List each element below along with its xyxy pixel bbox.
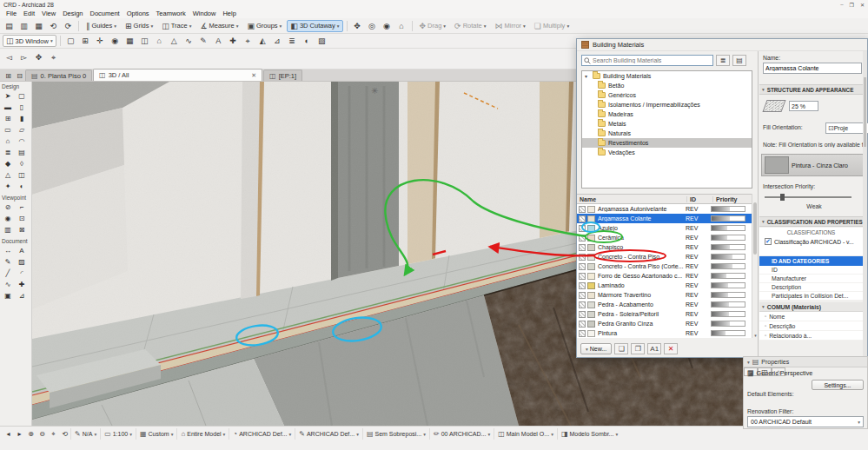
undo-icon[interactable]: ⟲ [47,20,60,32]
tab-3d-all[interactable]: ◫ 3D / All ✕ [93,69,262,81]
toolbar-icon[interactable]: ◭ [256,35,269,47]
close-button[interactable]: ✕ [860,2,865,8]
viewpoint-tool-icon[interactable]: ◉ [1,213,15,224]
property-row[interactable]: Description [759,283,863,292]
viewpoint-tool-icon[interactable]: ⊠ [15,224,29,235]
material-row[interactable]: Chapisco REV [577,242,752,252]
menu-item[interactable]: Options [123,10,153,17]
toolbar-icon[interactable]: ∿ [182,35,195,47]
design-tool-icon[interactable]: △ [1,169,15,181]
window-selector[interactable]: ◫ 3D Window ▾ [3,35,56,47]
tab-ep1[interactable]: ◫ [EP:1] ✕ [263,69,302,81]
search-input[interactable] [593,57,711,63]
toolbar-icon[interactable]: ⌂ [153,35,166,47]
material-row[interactable]: Forro de Gesso Acartonado c... REV [577,271,752,281]
material-row[interactable]: Argamassa Colante REV [577,214,752,223]
comum-property-row[interactable]: ▫ Descrição [759,321,863,331]
quick-options-icon[interactable]: ⊞ [3,70,14,81]
renovation-filter-dropdown[interactable]: 00 ARCHICAD Default ▾ [747,416,864,427]
design-tool-icon[interactable]: ▯ [15,102,29,113]
trace-button[interactable]: ◫Trace▾ [158,20,195,32]
tree-folder[interactable]: Genéricos [582,90,752,100]
editor-scrollbar[interactable] [863,51,867,357]
tree-folder[interactable]: Isolamentos / Impermeabilizações [582,100,752,109]
orbit-icon[interactable]: ◎ [366,20,379,32]
model-view-options-chip[interactable]: ✎ ARCHICAD Def... ▾ [295,428,362,440]
menu-item[interactable]: Teamwork [153,10,189,17]
menu-item[interactable]: Edit [20,10,38,17]
property-row[interactable]: Manufacturer [759,275,863,283]
cut-fill-preview[interactable] [762,100,785,112]
design-tool-icon[interactable]: ⌂ [1,136,15,147]
mirror-button[interactable]: ⋈Mirror▾ [492,20,529,32]
toolbar-icon[interactable]: ⊿ [271,35,284,47]
renovation-filter-chip[interactable]: ✏ 00 ARCHICAD... ▾ [429,428,494,440]
drag-button[interactable]: ✥Drag▾ [416,20,450,32]
material-row[interactable]: Pedra - Soleira/Peitoril REV [577,309,752,319]
multiply-button[interactable]: ❏Multiply▾ [531,20,573,32]
toolbar-icon[interactable]: ◉ [109,35,122,47]
new-material-button[interactable]: ▾New... [580,343,612,354]
material-row[interactable]: Concreto - Contra Piso (Corte... REV [577,261,752,271]
viewpoint-tool-icon[interactable]: ▥ [1,224,15,235]
cutaway-button[interactable]: ◧3D Cutaway▾ [287,20,342,32]
graphic-override-chip[interactable]: ▤ Sem Sobreposi... ▾ [362,428,429,440]
document-tool-icon[interactable]: ╱ [1,268,15,279]
tree-folder[interactable]: Revestimentos [582,138,752,148]
fit-in-window-icon[interactable]: ⌖ [48,428,59,440]
zoom-in-icon[interactable]: ⊕ [25,428,36,440]
tree-folder[interactable]: Metais [582,119,752,129]
rename-button[interactable]: A1 [647,343,661,354]
open-icon[interactable]: ▥ [17,20,30,32]
viewpoint-tool-icon[interactable]: ⌐ [15,202,29,213]
structure-appearance-header[interactable]: ▾ STRUCTURE AND APPEARANCE [759,84,867,95]
design-tool-icon[interactable]: ✦ [1,181,15,192]
layer-combination-chip[interactable]: ▦ Custom ▾ [136,428,176,440]
toolbar-icon[interactable]: ≣ [286,35,299,47]
tree-root[interactable]: ▾ Building Materials [582,71,752,81]
pan-icon[interactable]: ✥ [351,20,364,32]
measure-button[interactable]: ∡Measure▾ [196,20,242,32]
material-row[interactable]: Cerâmica REV [577,233,752,242]
zoom-out-icon[interactable]: ⊖ [36,428,48,440]
toolbar-icon[interactable]: ◐ [301,35,314,47]
maximize-button[interactable]: ❐ [850,2,854,8]
material-row[interactable]: Pedra - Acabamento REV [577,300,752,309]
pen-chip[interactable]: ✎ N/A ▾ [70,428,100,440]
toolbar-icon[interactable]: A [212,35,225,47]
column-name[interactable]: Name [577,196,686,202]
toolbar-icon[interactable]: ⊞ [79,35,92,47]
material-name-field[interactable] [763,63,862,74]
material-row[interactable]: Pintura REV [577,328,752,338]
list-scrollbar[interactable]: ▾ [752,194,758,338]
properties-header[interactable]: ▾ ▤ Properties [744,357,867,367]
design-tool-icon[interactable]: ▤ [15,147,29,158]
settings-view-button[interactable]: ▤ [732,55,746,66]
menu-item[interactable]: Help [219,10,239,17]
rotate-button[interactable]: ⟳Rotate▾ [451,20,489,32]
guides-button[interactable]: ∥Guides▾ [83,20,120,32]
column-priority[interactable]: Priority [712,196,752,202]
navigator-icon[interactable]: ⊟ [14,70,25,81]
intersection-priority-slider[interactable] [765,196,851,198]
orbit-icon[interactable]: ⟲ [59,428,70,440]
property-row[interactable]: ID [759,266,863,275]
column-id[interactable]: ID [686,196,712,202]
document-tool-icon[interactable]: ↔ [1,245,15,256]
menu-item[interactable]: Document [87,10,123,17]
pen-set-chip[interactable]: ◔ ARCHICAD Def... ▾ [229,428,295,440]
shadow-model-chip[interactable]: ◨ Modelo Sombr... ▾ [557,428,621,440]
classification-row[interactable]: ✔ Classificação ARCHICAD - v... [759,235,863,245]
design-tool-icon[interactable]: ◐ [15,181,29,192]
design-tool-icon[interactable]: ▭ [1,124,15,136]
toolbar-icon[interactable]: ✎ [197,35,210,47]
menu-item[interactable]: View [38,10,59,17]
viewpoint-tool-icon[interactable]: ⊡ [15,213,29,224]
scrollbar-thumb[interactable] [864,77,866,147]
id-and-categories-header[interactable]: ID AND CATEGORIES [759,256,863,266]
design-tool-icon[interactable]: ◆ [1,158,15,169]
back-view-icon[interactable]: ◅ [3,51,16,63]
fill-orientation-dropdown[interactable]: ⊡ Proje [825,122,868,134]
design-tool-icon[interactable]: ➤ [1,90,15,102]
material-row[interactable]: Laminado REV [577,281,752,290]
